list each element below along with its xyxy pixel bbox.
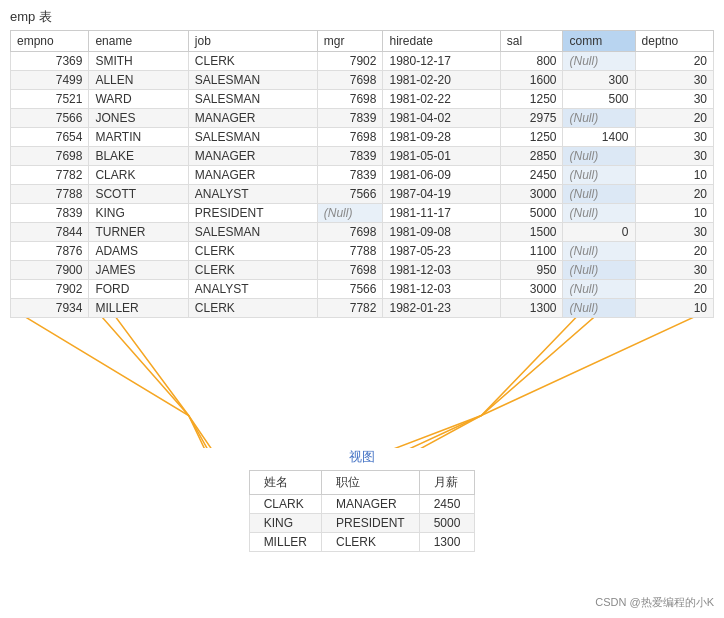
table-cell-hiredate: 1987-05-23 (383, 242, 500, 261)
table-cell-empno: 7788 (11, 185, 89, 204)
table-row: 7788SCOTTANALYST75661987-04-193000(Null)… (11, 185, 714, 204)
table-cell-ename: SCOTT (89, 185, 188, 204)
table-cell-empno: 7839 (11, 204, 89, 223)
table-cell-mgr: 7566 (317, 185, 383, 204)
table-cell-deptno: 30 (635, 147, 713, 166)
table-cell-ename: FORD (89, 280, 188, 299)
table-cell-deptno: 20 (635, 242, 713, 261)
table-cell-job: SALESMAN (188, 223, 317, 242)
table-row: 7839KINGPRESIDENT(Null)1981-11-175000(Nu… (11, 204, 714, 223)
col-header-comm: comm (563, 31, 635, 52)
view-cell-sal: 2450 (419, 495, 475, 514)
table-cell-ename: WARD (89, 90, 188, 109)
table-cell-hiredate: 1987-04-19 (383, 185, 500, 204)
table-cell-mgr: 7698 (317, 128, 383, 147)
table-cell-mgr: 7698 (317, 223, 383, 242)
table-cell-mgr: 7566 (317, 280, 383, 299)
table-cell-comm: (Null) (563, 299, 635, 318)
table-cell-deptno: 30 (635, 261, 713, 280)
table-cell-comm: (Null) (563, 185, 635, 204)
col-header-ename: ename (89, 31, 188, 52)
table-cell-job: MANAGER (188, 109, 317, 128)
table-cell-job: SALESMAN (188, 71, 317, 90)
col-header-sal: sal (500, 31, 563, 52)
table-cell-ename: KING (89, 204, 188, 223)
table-cell-empno: 7521 (11, 90, 89, 109)
table-cell-comm: (Null) (563, 52, 635, 71)
table-cell-sal: 2850 (500, 147, 563, 166)
emp-table: empno ename job mgr hiredate sal comm de… (10, 30, 714, 318)
table-cell-sal: 1250 (500, 128, 563, 147)
view-cell-sal: 1300 (419, 533, 475, 552)
table-cell-sal: 1100 (500, 242, 563, 261)
page-title: emp 表 (0, 0, 724, 30)
table-cell-hiredate: 1980-12-17 (383, 52, 500, 71)
table-cell-comm: 500 (563, 90, 635, 109)
table-cell-empno: 7369 (11, 52, 89, 71)
table-cell-comm: 1400 (563, 128, 635, 147)
table-cell-ename: JONES (89, 109, 188, 128)
table-row: 7698BLAKEMANAGER78391981-05-012850(Null)… (11, 147, 714, 166)
table-row: 7566JONESMANAGER78391981-04-022975(Null)… (11, 109, 714, 128)
table-cell-empno: 7698 (11, 147, 89, 166)
view-row: CLARKMANAGER2450 (249, 495, 475, 514)
table-cell-hiredate: 1981-02-22 (383, 90, 500, 109)
table-cell-empno: 7900 (11, 261, 89, 280)
table-row: 7654MARTINSALESMAN76981981-09-2812501400… (11, 128, 714, 147)
lines-section (0, 318, 724, 448)
table-cell-deptno: 20 (635, 185, 713, 204)
table-row: 7902FORDANALYST75661981-12-033000(Null)2… (11, 280, 714, 299)
view-cell-job: PRESIDENT (321, 514, 419, 533)
table-cell-mgr: 7839 (317, 147, 383, 166)
table-cell-deptno: 30 (635, 223, 713, 242)
table-cell-empno: 7654 (11, 128, 89, 147)
table-cell-deptno: 10 (635, 299, 713, 318)
table-cell-sal: 3000 (500, 280, 563, 299)
table-row: 7782CLARKMANAGER78391981-06-092450(Null)… (11, 166, 714, 185)
table-cell-ename: JAMES (89, 261, 188, 280)
table-cell-comm: 300 (563, 71, 635, 90)
table-cell-job: ANALYST (188, 185, 317, 204)
table-cell-sal: 2975 (500, 109, 563, 128)
table-cell-hiredate: 1981-11-17 (383, 204, 500, 223)
table-cell-job: ANALYST (188, 280, 317, 299)
table-cell-hiredate: 1981-05-01 (383, 147, 500, 166)
table-row: 7499ALLENSALESMAN76981981-02-20160030030 (11, 71, 714, 90)
col-header-job: job (188, 31, 317, 52)
col-header-empno: empno (11, 31, 89, 52)
table-cell-hiredate: 1982-01-23 (383, 299, 500, 318)
table-cell-mgr: 7788 (317, 242, 383, 261)
view-row: KINGPRESIDENT5000 (249, 514, 475, 533)
table-cell-deptno: 30 (635, 128, 713, 147)
connecting-lines (0, 318, 724, 448)
table-cell-hiredate: 1981-12-03 (383, 261, 500, 280)
table-cell-deptno: 20 (635, 109, 713, 128)
table-cell-empno: 7934 (11, 299, 89, 318)
table-cell-sal: 2450 (500, 166, 563, 185)
table-cell-sal: 3000 (500, 185, 563, 204)
table-cell-sal: 800 (500, 52, 563, 71)
table-cell-deptno: 30 (635, 90, 713, 109)
table-row: 7369SMITHCLERK79021980-12-17800(Null)20 (11, 52, 714, 71)
table-cell-comm: (Null) (563, 166, 635, 185)
table-cell-sal: 1600 (500, 71, 563, 90)
table-cell-deptno: 10 (635, 204, 713, 223)
table-cell-hiredate: 1981-02-20 (383, 71, 500, 90)
table-cell-mgr: 7698 (317, 261, 383, 280)
table-cell-empno: 7902 (11, 280, 89, 299)
table-cell-empno: 7782 (11, 166, 89, 185)
table-cell-mgr: 7839 (317, 109, 383, 128)
view-table: 姓名 职位 月薪 CLARKMANAGER2450KINGPRESIDENT50… (249, 470, 476, 552)
table-cell-mgr: (Null) (317, 204, 383, 223)
view-cell-name: KING (249, 514, 321, 533)
table-cell-hiredate: 1981-09-28 (383, 128, 500, 147)
table-cell-hiredate: 1981-12-03 (383, 280, 500, 299)
table-cell-job: SALESMAN (188, 128, 317, 147)
view-cell-name: CLARK (249, 495, 321, 514)
watermark: CSDN @热爱编程的小K (595, 595, 714, 610)
table-cell-ename: TURNER (89, 223, 188, 242)
table-cell-ename: ADAMS (89, 242, 188, 261)
table-cell-comm: (Null) (563, 261, 635, 280)
table-cell-hiredate: 1981-04-02 (383, 109, 500, 128)
view-col-name: 姓名 (249, 471, 321, 495)
